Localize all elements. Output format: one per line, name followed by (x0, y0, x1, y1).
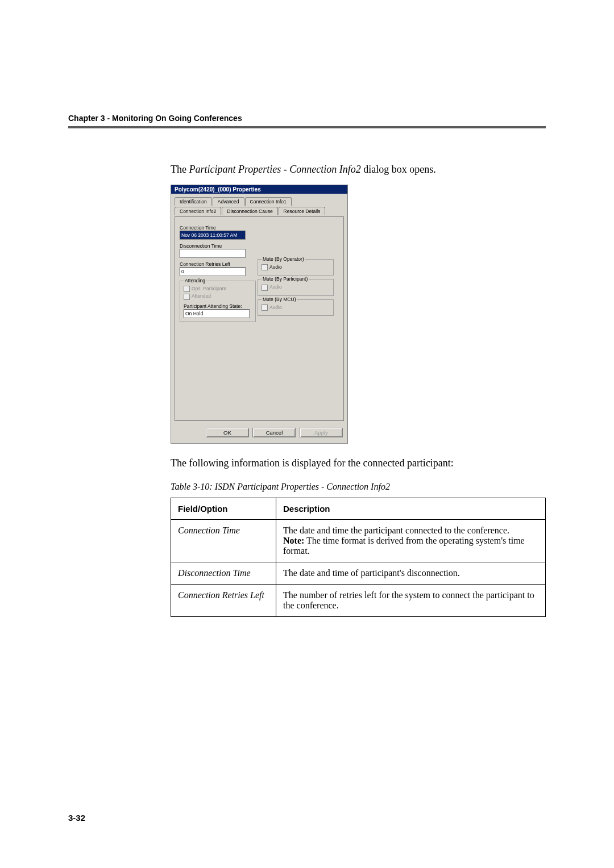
mute-mcu-audio-checkbox[interactable] (262, 304, 268, 311)
ops-participant-label: Ops. Participant (192, 286, 226, 291)
connection-retries-label: Connection Retries Left (180, 261, 256, 267)
table-row: Connection Time The date and time the pa… (171, 520, 546, 562)
ops-participant-row: Ops. Participant (184, 286, 252, 292)
properties-dialog: Polycom(2420)_(000) Properties Identific… (171, 185, 348, 444)
mute-mcu-audio-row: Audio (262, 304, 330, 311)
attended-checkbox[interactable] (184, 294, 190, 300)
participant-attending-state-field[interactable]: On Hold (184, 309, 250, 318)
mute-mcu-audio-label: Audio (269, 304, 282, 310)
participant-attending-state-label: Participant Attending State: (184, 303, 252, 309)
mute-operator-audio-label: Audio (269, 264, 282, 270)
table-option: Connection Retries Left (171, 585, 276, 617)
mute-participant-title: Mute (By Participant) (262, 276, 309, 282)
table-option: Connection Time (171, 520, 276, 562)
mute-mcu-group: Mute (By MCU) Audio (258, 299, 334, 316)
table-option: Disconnection Time (171, 562, 276, 585)
main-content: The Participant Properties - Connection … (171, 162, 546, 617)
attending-group-title: Attending (184, 278, 206, 283)
page-number: 3-32 (68, 813, 85, 823)
mute-operator-audio-checkbox[interactable] (262, 264, 268, 270)
mute-operator-audio-row: Audio (262, 264, 330, 270)
mute-participant-audio-label: Audio (269, 284, 282, 290)
attending-group: Attending Ops. Participant Attended Part… (180, 281, 256, 322)
tab-disconnection-cause[interactable]: Disconnection Cause (222, 207, 277, 215)
apply-button[interactable]: Apply (300, 428, 343, 437)
tab-advanced[interactable]: Advanced (213, 197, 244, 206)
mute-participant-audio-row: Audio (262, 284, 330, 290)
table-header-row: Field/Option Description (171, 498, 546, 520)
connection-time-label: Connection Time (180, 225, 256, 231)
intro-em: Participant Properties - Connection Info… (189, 164, 360, 175)
intro-prefix: The (171, 164, 189, 175)
table-description: The number of retries left for the syste… (276, 585, 546, 617)
table-header-description: Description (276, 498, 546, 520)
properties-table: Field/Option Description Connection Time… (171, 498, 546, 617)
dialog-button-bar: OK Cancel Apply (171, 424, 347, 443)
tab-panel: Connection Time Nov 06 2003 11:00:57 AM … (175, 216, 344, 421)
mute-operator-group: Mute (By Operator) Audio (258, 259, 334, 276)
disconnection-time-label: Disconnection Time (180, 243, 256, 249)
table-row: Connection Retries Left The number of re… (171, 585, 546, 617)
note-label: Note: (283, 536, 304, 545)
note-rest: The time format is derived from the oper… (283, 536, 525, 556)
after-figure-text: The following information is displayed f… (171, 456, 546, 470)
table-header-field: Field/Option (171, 498, 276, 520)
ops-participant-checkbox[interactable] (184, 286, 190, 292)
intro-suffix: dialog box opens. (361, 164, 436, 175)
tab-row-1: Identification Advanced Connection Info1 (175, 197, 344, 206)
attended-label: Attended (192, 293, 211, 299)
connection-retries-field[interactable]: 0 (180, 267, 246, 276)
table-row: Disconnection Time The date and time of … (171, 562, 546, 585)
dialog-body: Identification Advanced Connection Info1… (171, 194, 347, 424)
table-desc-text: The date and time the participant connec… (283, 525, 509, 535)
tab-row-2: Connection Info2 Disconnection Cause Res… (175, 207, 344, 215)
mute-mcu-title: Mute (By MCU) (262, 297, 297, 302)
document-page: Chapter 3 - Monitoring On Going Conferen… (0, 0, 614, 868)
attended-row: Attended (184, 293, 252, 299)
chapter-header: Chapter 3 - Monitoring On Going Conferen… (68, 114, 546, 123)
table-description: The date and time the participant connec… (276, 520, 546, 562)
table-caption: Table 3-10: ISDN Participant Properties … (171, 482, 546, 492)
cancel-button[interactable]: Cancel (252, 428, 296, 437)
tab-connection-info2[interactable]: Connection Info2 (175, 207, 221, 215)
disconnection-time-field[interactable] (180, 249, 246, 258)
tab-identification[interactable]: Identification (175, 197, 212, 206)
mute-participant-audio-checkbox[interactable] (262, 285, 268, 291)
tab-connection-info1[interactable]: Connection Info1 (245, 197, 292, 206)
connection-time-field[interactable]: Nov 06 2003 11:00:57 AM (180, 231, 246, 240)
mute-participant-group: Mute (By Participant) Audio (258, 279, 334, 295)
ok-button[interactable]: OK (206, 428, 249, 437)
tab-resource-details[interactable]: Resource Details (279, 207, 326, 215)
intro-text: The Participant Properties - Connection … (171, 162, 546, 177)
dialog-titlebar: Polycom(2420)_(000) Properties (171, 185, 347, 194)
right-column: Mute (By Operator) Audio Mute (By Partic… (258, 256, 334, 316)
chapter-rule (68, 126, 546, 128)
left-column: Connection Time Nov 06 2003 11:00:57 AM … (180, 222, 256, 322)
table-description: The date and time of participant's disco… (276, 562, 546, 585)
mute-operator-title: Mute (By Operator) (262, 256, 305, 262)
